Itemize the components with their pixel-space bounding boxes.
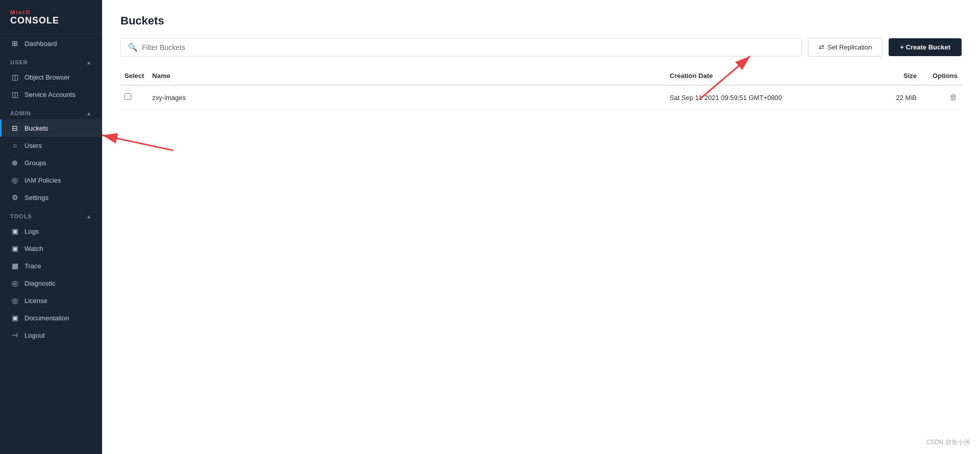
sidebar-section-admin: ADMIN ▲ — [0, 103, 102, 119]
col-header-name: Name — [148, 67, 666, 85]
sidebar-item-label: Watch — [24, 245, 43, 253]
sidebar-section-user: USER ▲ — [0, 52, 102, 68]
sidebar-item-label: Service Accounts — [24, 91, 76, 98]
table-header-row: Select Name Creation Date Size Options — [120, 67, 962, 85]
tools-section-chevron: ▲ — [86, 214, 92, 219]
row-checkbox[interactable] — [125, 93, 131, 100]
search-icon: 🔍 — [128, 43, 138, 52]
sidebar-item-dashboard[interactable]: ⊞ Dashboard — [0, 35, 102, 52]
sidebar-item-label: Users — [24, 142, 42, 149]
sidebar-item-object-browser[interactable]: ◫ Object Browser — [0, 68, 102, 86]
sidebar-item-trace[interactable]: ▦ Trace — [0, 257, 102, 274]
table-row: zxy-images Sat Sep 11 2021 09:59:51 GMT+… — [120, 85, 962, 110]
col-header-options: Options — [921, 67, 962, 85]
row-select-cell[interactable] — [120, 85, 148, 110]
diagnostic-icon: ◎ — [10, 279, 19, 287]
page-header: Buckets — [102, 0, 980, 38]
buckets-icon: ⊟ — [10, 124, 19, 132]
service-accounts-icon: ◫ — [10, 90, 19, 98]
sidebar-item-logs[interactable]: ▣ Logs — [0, 222, 102, 240]
sidebar-item-label: Groups — [24, 159, 46, 167]
sidebar-item-label: Dashboard — [24, 40, 57, 47]
logo: MinIO CONSOLE — [0, 0, 102, 35]
sidebar-item-label: IAM Policies — [24, 176, 61, 184]
sidebar-item-label: Buckets — [24, 124, 48, 132]
sidebar-item-label: Logs — [24, 228, 39, 235]
logout-icon: ⊣ — [10, 331, 19, 339]
sidebar-item-label: Trace — [24, 262, 41, 270]
sidebar-item-label: Object Browser — [24, 73, 70, 81]
sidebar-item-diagnostic[interactable]: ◎ Diagnostic — [0, 274, 102, 292]
documentation-icon: ▣ — [10, 314, 19, 322]
groups-icon: ⊕ — [10, 159, 19, 167]
users-icon: ○ — [10, 141, 19, 149]
sidebar-item-label: Logout — [24, 332, 45, 339]
license-icon: ◎ — [10, 296, 19, 305]
search-input[interactable] — [142, 43, 794, 52]
create-bucket-label: + Create Bucket — [900, 43, 950, 51]
user-section-chevron: ▲ — [86, 60, 92, 65]
row-size-cell: 22 MiB — [860, 85, 921, 110]
row-options-cell: 🗑 — [921, 85, 962, 110]
sidebar-item-logout[interactable]: ⊣ Logout — [0, 326, 102, 344]
logs-icon: ▣ — [10, 227, 19, 235]
col-header-size: Size — [860, 67, 921, 85]
logo-console: CONSOLE — [10, 15, 92, 26]
sidebar: MinIO CONSOLE ⊞ Dashboard USER ▲ ◫ Objec… — [0, 0, 102, 454]
sidebar-item-label: Diagnostic — [24, 280, 56, 287]
set-replication-button[interactable]: ⇄ Set Replication — [808, 38, 883, 57]
create-bucket-button[interactable]: + Create Bucket — [889, 38, 962, 56]
object-browser-icon: ◫ — [10, 73, 19, 81]
sidebar-item-groups[interactable]: ⊕ Groups — [0, 154, 102, 171]
sidebar-item-iam-policies[interactable]: ◎ IAM Policies — [0, 171, 102, 189]
main-content: Buckets 🔍 ⇄ Set Replication + Create Buc… — [102, 0, 980, 454]
set-replication-label: Set Replication — [827, 43, 872, 51]
sidebar-item-service-accounts[interactable]: ◫ Service Accounts — [0, 86, 102, 103]
delete-icon[interactable]: 🗑 — [949, 93, 958, 102]
logo-minio: MinIO — [10, 9, 92, 15]
page-title: Buckets — [120, 14, 962, 28]
watermark: CSDN @鱼小洲 — [926, 438, 970, 447]
sidebar-item-watch[interactable]: ▣ Watch — [0, 240, 102, 257]
toolbar: 🔍 ⇄ Set Replication + Create Bucket — [102, 38, 980, 67]
sidebar-item-settings[interactable]: ⚙ Settings — [0, 189, 102, 206]
sidebar-item-users[interactable]: ○ Users — [0, 137, 102, 154]
watch-icon: ▣ — [10, 244, 19, 253]
sidebar-item-label: Documentation — [24, 314, 69, 322]
sidebar-item-documentation[interactable]: ▣ Documentation — [0, 309, 102, 326]
sidebar-section-tools: TOOLS ▲ — [0, 206, 102, 222]
row-name-cell: zxy-images — [148, 85, 666, 110]
replication-icon: ⇄ — [819, 43, 824, 51]
sidebar-item-label: License — [24, 297, 47, 305]
table: Select Name Creation Date Size Options z… — [120, 67, 962, 110]
sidebar-item-license[interactable]: ◎ License — [0, 292, 102, 309]
sidebar-item-label: Settings — [24, 194, 48, 201]
settings-icon: ⚙ — [10, 193, 19, 201]
admin-section-chevron: ▲ — [86, 111, 92, 116]
iam-policies-icon: ◎ — [10, 176, 19, 184]
sidebar-item-buckets[interactable]: ⊟ Buckets — [0, 119, 102, 137]
search-box[interactable]: 🔍 — [120, 38, 802, 57]
trace-icon: ▦ — [10, 262, 19, 270]
buckets-table: Select Name Creation Date Size Options z… — [102, 67, 980, 454]
row-date-cell: Sat Sep 11 2021 09:59:51 GMT+0800 — [666, 85, 860, 110]
col-header-creation-date: Creation Date — [666, 67, 860, 85]
col-header-select: Select — [120, 67, 148, 85]
dashboard-icon: ⊞ — [10, 39, 19, 47]
